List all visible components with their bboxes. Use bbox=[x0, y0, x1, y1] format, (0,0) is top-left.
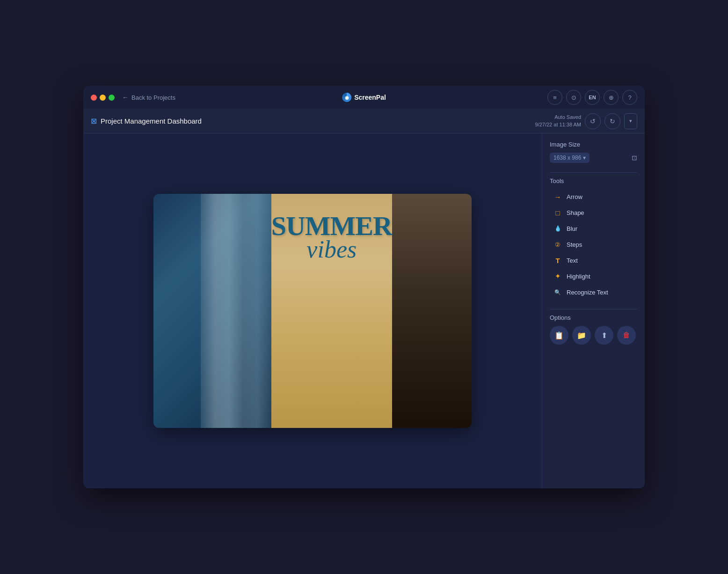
tool-steps-label: Steps bbox=[567, 241, 582, 248]
project-bar-right: Auto Saved 9/27/22 at 11:38 AM ↺ ↻ ▾ bbox=[535, 113, 637, 129]
app-window: ← Back to Projects ◉ ScreenPal ≡ ⊙ EN ⊕ … bbox=[83, 86, 645, 488]
tool-text-label: Text bbox=[567, 257, 578, 264]
image-size-dropdown[interactable]: 1638 x 986 ▾ bbox=[550, 153, 590, 163]
image-size-value-text: 1638 x 986 bbox=[553, 155, 581, 161]
dark-section bbox=[392, 194, 472, 428]
tool-steps[interactable]: ② Steps bbox=[550, 237, 637, 252]
redo-button[interactable]: ↻ bbox=[604, 113, 620, 129]
project-bar: ⊠ Project Management Dashboard Auto Save… bbox=[83, 109, 645, 133]
tools-section: Tools → Arrow □ Shape 💧 Blur bbox=[550, 177, 637, 300]
options-row: 📋 📁 ⬆ 🗑 bbox=[550, 326, 637, 345]
upload-button[interactable]: ⬆ bbox=[595, 326, 613, 345]
app-name: ScreenPal bbox=[354, 94, 386, 101]
image-size-section: Image Size 1638 x 986 ▾ ⊡ bbox=[550, 141, 637, 163]
clock-icon-button[interactable]: ⊙ bbox=[566, 90, 581, 105]
list-icon-button[interactable]: ≡ bbox=[547, 90, 562, 105]
steps-icon: ② bbox=[553, 240, 562, 249]
divider-1 bbox=[550, 172, 637, 173]
title-bar: ← Back to Projects ◉ ScreenPal ≡ ⊙ EN ⊕ … bbox=[83, 86, 645, 109]
beach-image: SUMMER vibes bbox=[153, 194, 472, 428]
summer-text-block: SUMMER vibes bbox=[271, 213, 392, 262]
tool-shape-label: Shape bbox=[567, 209, 584, 216]
options-title: Options bbox=[550, 314, 637, 321]
blur-icon: 💧 bbox=[553, 224, 562, 233]
maximize-button[interactable] bbox=[109, 95, 115, 101]
image-size-row: 1638 x 986 ▾ ⊡ bbox=[550, 153, 637, 163]
minimize-button[interactable] bbox=[100, 95, 106, 101]
app-logo: ◉ ScreenPal bbox=[342, 93, 386, 102]
copy-button[interactable]: 📋 bbox=[550, 326, 568, 345]
tool-blur[interactable]: 💧 Blur bbox=[550, 221, 637, 236]
tool-arrow[interactable]: → Arrow bbox=[550, 189, 637, 204]
close-button[interactable] bbox=[91, 95, 97, 101]
delete-button[interactable]: 🗑 bbox=[617, 326, 636, 345]
tool-shape[interactable]: □ Shape bbox=[550, 205, 637, 220]
ocean-section bbox=[153, 194, 271, 428]
canvas-area: SUMMER vibes bbox=[83, 133, 542, 488]
back-label: Back to Projects bbox=[131, 94, 175, 101]
arrow-icon: → bbox=[553, 192, 562, 201]
auto-saved-label: Auto Saved bbox=[535, 114, 581, 121]
auto-saved-time: 9/27/22 at 11:38 AM bbox=[535, 121, 581, 128]
tool-recognize-text[interactable]: 🔍 Recognize Text bbox=[550, 285, 637, 300]
tool-blur-label: Blur bbox=[567, 225, 577, 232]
open-folder-button[interactable]: 📁 bbox=[572, 326, 591, 345]
recognize-text-icon: 🔍 bbox=[553, 288, 562, 296]
ocean-waves bbox=[201, 194, 271, 428]
tool-arrow-label: Arrow bbox=[567, 193, 582, 200]
sand-section: SUMMER vibes bbox=[271, 194, 392, 428]
layers-icon-button[interactable]: ⊕ bbox=[604, 90, 619, 105]
traffic-lights bbox=[91, 95, 115, 101]
tool-recognize-text-label: Recognize Text bbox=[567, 289, 608, 296]
logo-icon: ◉ bbox=[342, 93, 351, 102]
tool-highlight-label: Highlight bbox=[567, 273, 590, 280]
tools-list: → Arrow □ Shape 💧 Blur ② Steps bbox=[550, 189, 637, 300]
image-size-title: Image Size bbox=[550, 141, 637, 148]
divider-2 bbox=[550, 309, 637, 309]
title-bar-actions: ≡ ⊙ EN ⊕ ? bbox=[547, 90, 637, 105]
image-size-chevron-icon: ▾ bbox=[583, 155, 586, 161]
project-icon: ⊠ bbox=[91, 117, 97, 125]
dropdown-button[interactable]: ▾ bbox=[624, 113, 637, 129]
text-icon: T bbox=[553, 256, 562, 265]
image-frame: SUMMER vibes bbox=[153, 194, 472, 428]
options-section: Options 📋 📁 ⬆ 🗑 bbox=[550, 314, 637, 345]
back-to-projects-button[interactable]: ← Back to Projects bbox=[122, 94, 175, 101]
help-icon-button[interactable]: ? bbox=[622, 90, 637, 105]
language-button[interactable]: EN bbox=[585, 90, 600, 105]
resize-icon[interactable]: ⊡ bbox=[632, 154, 637, 162]
auto-saved-info: Auto Saved 9/27/22 at 11:38 AM bbox=[535, 114, 581, 128]
highlight-icon: ✦ bbox=[553, 272, 562, 280]
undo-button[interactable]: ↺ bbox=[585, 113, 601, 129]
main-content: SUMMER vibes Image Size 1638 x 986 ▾ bbox=[83, 133, 645, 488]
project-title: Project Management Dashboard bbox=[101, 117, 202, 125]
tools-title: Tools bbox=[550, 177, 637, 184]
tool-text[interactable]: T Text bbox=[550, 253, 637, 268]
tool-highlight[interactable]: ✦ Highlight bbox=[550, 269, 637, 284]
right-panel: Image Size 1638 x 986 ▾ ⊡ Tools → Arrow bbox=[542, 133, 645, 488]
back-arrow-icon: ← bbox=[122, 94, 129, 101]
shape-icon: □ bbox=[553, 208, 562, 217]
